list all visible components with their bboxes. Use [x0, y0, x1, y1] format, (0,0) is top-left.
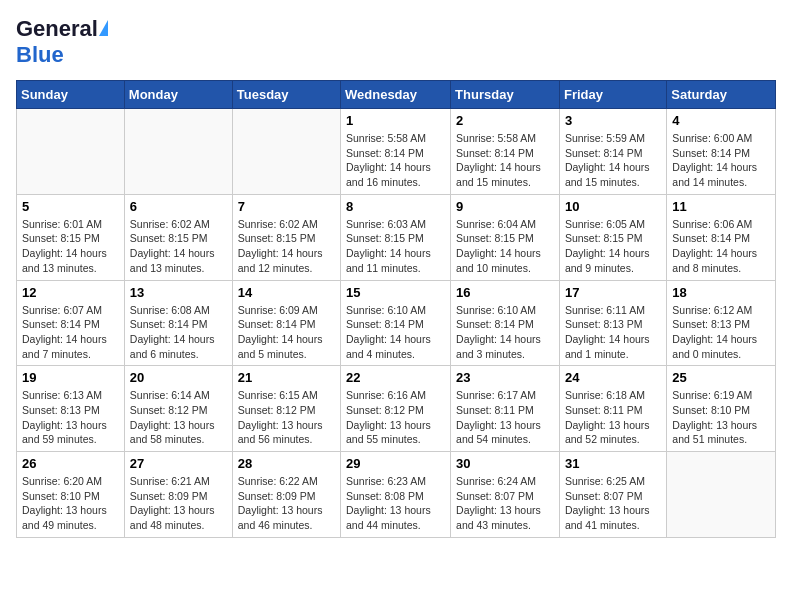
day-info: Sunrise: 6:07 AMSunset: 8:14 PMDaylight:…: [22, 303, 119, 362]
day-number: 25: [672, 370, 770, 385]
calendar-cell: 25Sunrise: 6:19 AMSunset: 8:10 PMDayligh…: [667, 366, 776, 452]
weekday-header-thursday: Thursday: [451, 81, 560, 109]
calendar-cell: 9Sunrise: 6:04 AMSunset: 8:15 PMDaylight…: [451, 194, 560, 280]
day-number: 1: [346, 113, 445, 128]
day-number: 26: [22, 456, 119, 471]
day-number: 14: [238, 285, 335, 300]
calendar-cell: 23Sunrise: 6:17 AMSunset: 8:11 PMDayligh…: [451, 366, 560, 452]
day-number: 12: [22, 285, 119, 300]
day-info: Sunrise: 6:10 AMSunset: 8:14 PMDaylight:…: [456, 303, 554, 362]
day-number: 27: [130, 456, 227, 471]
day-info: Sunrise: 6:13 AMSunset: 8:13 PMDaylight:…: [22, 388, 119, 447]
day-number: 17: [565, 285, 661, 300]
day-info: Sunrise: 5:58 AMSunset: 8:14 PMDaylight:…: [456, 131, 554, 190]
day-info: Sunrise: 6:03 AMSunset: 8:15 PMDaylight:…: [346, 217, 445, 276]
day-number: 13: [130, 285, 227, 300]
calendar-cell: 11Sunrise: 6:06 AMSunset: 8:14 PMDayligh…: [667, 194, 776, 280]
weekday-header-tuesday: Tuesday: [232, 81, 340, 109]
day-number: 15: [346, 285, 445, 300]
day-info: Sunrise: 6:19 AMSunset: 8:10 PMDaylight:…: [672, 388, 770, 447]
day-number: 3: [565, 113, 661, 128]
day-info: Sunrise: 6:16 AMSunset: 8:12 PMDaylight:…: [346, 388, 445, 447]
weekday-header-saturday: Saturday: [667, 81, 776, 109]
day-info: Sunrise: 5:58 AMSunset: 8:14 PMDaylight:…: [346, 131, 445, 190]
logo-blue: Blue: [16, 42, 64, 68]
calendar-cell: 21Sunrise: 6:15 AMSunset: 8:12 PMDayligh…: [232, 366, 340, 452]
day-info: Sunrise: 6:15 AMSunset: 8:12 PMDaylight:…: [238, 388, 335, 447]
calendar-week-5: 26Sunrise: 6:20 AMSunset: 8:10 PMDayligh…: [17, 452, 776, 538]
day-number: 23: [456, 370, 554, 385]
day-number: 8: [346, 199, 445, 214]
calendar-cell: 12Sunrise: 6:07 AMSunset: 8:14 PMDayligh…: [17, 280, 125, 366]
day-number: 7: [238, 199, 335, 214]
calendar-table: SundayMondayTuesdayWednesdayThursdayFrid…: [16, 80, 776, 538]
calendar-cell: 28Sunrise: 6:22 AMSunset: 8:09 PMDayligh…: [232, 452, 340, 538]
calendar-cell: 17Sunrise: 6:11 AMSunset: 8:13 PMDayligh…: [559, 280, 666, 366]
day-info: Sunrise: 6:22 AMSunset: 8:09 PMDaylight:…: [238, 474, 335, 533]
day-info: Sunrise: 6:20 AMSunset: 8:10 PMDaylight:…: [22, 474, 119, 533]
calendar-cell: 13Sunrise: 6:08 AMSunset: 8:14 PMDayligh…: [124, 280, 232, 366]
calendar-cell: [232, 109, 340, 195]
calendar-cell: 1Sunrise: 5:58 AMSunset: 8:14 PMDaylight…: [341, 109, 451, 195]
day-info: Sunrise: 6:09 AMSunset: 8:14 PMDaylight:…: [238, 303, 335, 362]
calendar-cell: 31Sunrise: 6:25 AMSunset: 8:07 PMDayligh…: [559, 452, 666, 538]
day-info: Sunrise: 6:24 AMSunset: 8:07 PMDaylight:…: [456, 474, 554, 533]
day-info: Sunrise: 6:12 AMSunset: 8:13 PMDaylight:…: [672, 303, 770, 362]
day-number: 19: [22, 370, 119, 385]
weekday-header-friday: Friday: [559, 81, 666, 109]
day-info: Sunrise: 6:01 AMSunset: 8:15 PMDaylight:…: [22, 217, 119, 276]
calendar-cell: 14Sunrise: 6:09 AMSunset: 8:14 PMDayligh…: [232, 280, 340, 366]
weekday-header-row: SundayMondayTuesdayWednesdayThursdayFrid…: [17, 81, 776, 109]
day-info: Sunrise: 6:08 AMSunset: 8:14 PMDaylight:…: [130, 303, 227, 362]
day-info: Sunrise: 6:02 AMSunset: 8:15 PMDaylight:…: [238, 217, 335, 276]
calendar-week-1: 1Sunrise: 5:58 AMSunset: 8:14 PMDaylight…: [17, 109, 776, 195]
calendar-cell: 6Sunrise: 6:02 AMSunset: 8:15 PMDaylight…: [124, 194, 232, 280]
calendar-cell: 16Sunrise: 6:10 AMSunset: 8:14 PMDayligh…: [451, 280, 560, 366]
day-info: Sunrise: 6:25 AMSunset: 8:07 PMDaylight:…: [565, 474, 661, 533]
calendar-week-3: 12Sunrise: 6:07 AMSunset: 8:14 PMDayligh…: [17, 280, 776, 366]
calendar-cell: 27Sunrise: 6:21 AMSunset: 8:09 PMDayligh…: [124, 452, 232, 538]
day-info: Sunrise: 6:00 AMSunset: 8:14 PMDaylight:…: [672, 131, 770, 190]
day-info: Sunrise: 6:05 AMSunset: 8:15 PMDaylight:…: [565, 217, 661, 276]
calendar-week-4: 19Sunrise: 6:13 AMSunset: 8:13 PMDayligh…: [17, 366, 776, 452]
calendar-cell: 2Sunrise: 5:58 AMSunset: 8:14 PMDaylight…: [451, 109, 560, 195]
day-info: Sunrise: 6:04 AMSunset: 8:15 PMDaylight:…: [456, 217, 554, 276]
day-info: Sunrise: 5:59 AMSunset: 8:14 PMDaylight:…: [565, 131, 661, 190]
day-info: Sunrise: 6:02 AMSunset: 8:15 PMDaylight:…: [130, 217, 227, 276]
day-number: 22: [346, 370, 445, 385]
calendar-cell: 22Sunrise: 6:16 AMSunset: 8:12 PMDayligh…: [341, 366, 451, 452]
day-info: Sunrise: 6:21 AMSunset: 8:09 PMDaylight:…: [130, 474, 227, 533]
day-number: 16: [456, 285, 554, 300]
day-number: 9: [456, 199, 554, 214]
calendar-cell: 8Sunrise: 6:03 AMSunset: 8:15 PMDaylight…: [341, 194, 451, 280]
day-number: 6: [130, 199, 227, 214]
day-info: Sunrise: 6:14 AMSunset: 8:12 PMDaylight:…: [130, 388, 227, 447]
day-number: 18: [672, 285, 770, 300]
weekday-header-wednesday: Wednesday: [341, 81, 451, 109]
day-number: 24: [565, 370, 661, 385]
day-info: Sunrise: 6:11 AMSunset: 8:13 PMDaylight:…: [565, 303, 661, 362]
calendar-cell: 7Sunrise: 6:02 AMSunset: 8:15 PMDaylight…: [232, 194, 340, 280]
day-info: Sunrise: 6:23 AMSunset: 8:08 PMDaylight:…: [346, 474, 445, 533]
calendar-cell: 4Sunrise: 6:00 AMSunset: 8:14 PMDaylight…: [667, 109, 776, 195]
calendar-cell: 24Sunrise: 6:18 AMSunset: 8:11 PMDayligh…: [559, 366, 666, 452]
day-number: 20: [130, 370, 227, 385]
calendar-cell: [667, 452, 776, 538]
day-info: Sunrise: 6:17 AMSunset: 8:11 PMDaylight:…: [456, 388, 554, 447]
day-number: 28: [238, 456, 335, 471]
day-number: 11: [672, 199, 770, 214]
calendar-cell: 18Sunrise: 6:12 AMSunset: 8:13 PMDayligh…: [667, 280, 776, 366]
weekday-header-sunday: Sunday: [17, 81, 125, 109]
day-info: Sunrise: 6:10 AMSunset: 8:14 PMDaylight:…: [346, 303, 445, 362]
calendar-cell: 26Sunrise: 6:20 AMSunset: 8:10 PMDayligh…: [17, 452, 125, 538]
page-header: General Blue: [16, 16, 776, 68]
calendar-cell: 29Sunrise: 6:23 AMSunset: 8:08 PMDayligh…: [341, 452, 451, 538]
logo-triangle-icon: [99, 20, 108, 36]
day-number: 21: [238, 370, 335, 385]
day-number: 2: [456, 113, 554, 128]
day-number: 29: [346, 456, 445, 471]
calendar-cell: [124, 109, 232, 195]
day-number: 10: [565, 199, 661, 214]
day-number: 31: [565, 456, 661, 471]
calendar-cell: 20Sunrise: 6:14 AMSunset: 8:12 PMDayligh…: [124, 366, 232, 452]
